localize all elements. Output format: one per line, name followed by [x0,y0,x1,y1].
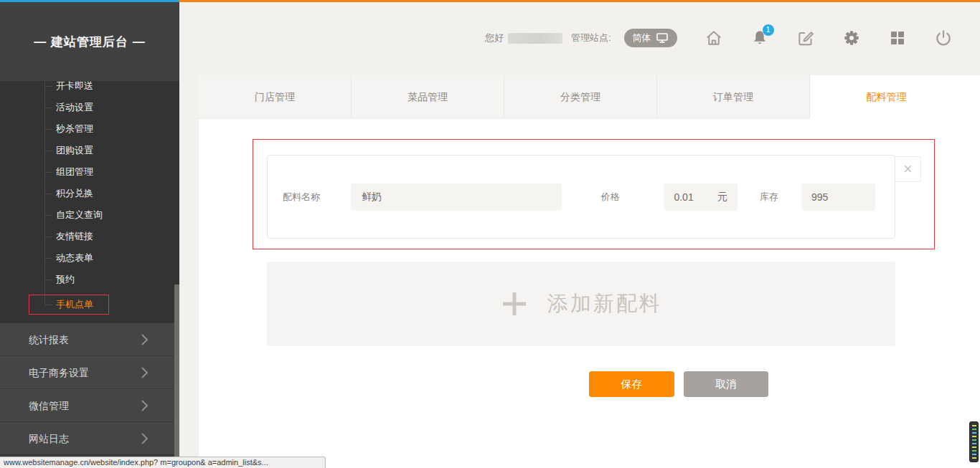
sidebar-item-friend-links[interactable]: 友情链接 [0,226,179,247]
sidebar: — 建站管理后台 — 开卡即送 活动设置 秒杀管理 团购设置 组团管理 积分兑换… [0,2,179,468]
ingredient-card: 配料名称 价格 元 库存 [267,155,895,239]
chevron-right-icon [138,333,151,347]
greeting-label: 您好 [485,32,504,44]
notification-badge: 1 [763,24,774,36]
language-switch-button[interactable]: 简体 [624,29,677,47]
sidebar-group-ecommerce-settings[interactable]: 电子商务设置 [0,355,179,388]
sidebar-groups: 统计报表 电子商务设置 微信管理 网站日志 [0,323,179,468]
ingredient-name-label: 配料名称 [283,191,320,204]
sidebar-group-statistics[interactable]: 统计报表 [0,323,179,355]
add-ingredient-button[interactable]: 添加新配料 [267,262,895,346]
app-window: — 建站管理后台 — 开卡即送 活动设置 秒杀管理 团购设置 组团管理 积分兑换… [0,0,980,468]
header-icon-row: 1 [705,29,953,47]
app-title: — 建站管理后台 — [0,2,179,81]
stock-label: 库存 [760,191,778,204]
price-input[interactable] [674,191,707,203]
sidebar-item-reservation[interactable]: 预约 [0,269,179,290]
widget-stripes [972,425,976,459]
browser-status-url: www.websitemanage.cn/website/index.php? … [0,457,326,468]
sidebar-item-seckill-management[interactable]: 秒杀管理 [0,118,179,140]
tab-store-management[interactable]: 门店管理 [199,75,352,119]
save-button[interactable]: 保存 [589,371,674,397]
sidebar-group-site-logs[interactable]: 网站日志 [0,421,179,454]
plus-icon [500,290,529,318]
gear-icon[interactable] [842,29,861,47]
tab-order-management[interactable]: 订单管理 [657,75,810,119]
stock-input[interactable] [801,183,875,211]
sidebar-item-dynamic-forms[interactable]: 动态表单 [0,247,179,269]
redacted-username [508,33,562,44]
ingredient-name-input[interactable] [351,183,562,211]
chevron-right-icon [138,398,151,413]
cancel-button[interactable]: 取消 [684,371,768,397]
sidebar-item-group-management[interactable]: 组团管理 [0,161,179,183]
apps-grid-icon[interactable] [888,29,907,47]
tab-bar: 门店管理 菜品管理 分类管理 订单管理 配料管理 [199,75,963,119]
add-ingredient-label: 添加新配料 [547,290,662,318]
edit-icon[interactable] [796,29,815,47]
chevron-right-icon [138,366,151,380]
price-field: 元 [664,183,738,211]
close-icon[interactable]: × [895,156,921,182]
top-header: 您好 管理站点: 简体 1 [485,28,953,48]
sidebar-item-points-exchange[interactable]: 积分兑换 [0,183,179,204]
sidebar-item-activity-settings[interactable]: 活动设置 [0,97,179,118]
sidebar-item-groupbuy-settings[interactable]: 团购设置 [0,140,179,161]
sidebar-item-custom-query[interactable]: 自定义查询 [0,204,179,226]
price-label: 价格 [600,191,619,204]
browser-extension-widget[interactable] [969,421,979,462]
sidebar-group-wechat-management[interactable]: 微信管理 [0,388,179,421]
monitor-icon [656,32,669,44]
sidebar-item-mobile-ordering[interactable]: 手机点单 [0,294,179,315]
tab-ingredient-management[interactable]: 配料管理 [810,75,963,119]
price-unit-label: 元 [717,191,727,204]
bell-icon[interactable]: 1 [750,29,769,47]
sidebar-item-open-card-gift[interactable]: 开卡即送 [0,81,179,97]
chevron-right-icon [138,431,151,446]
tab-dish-management[interactable]: 菜品管理 [352,75,504,119]
power-icon[interactable] [934,29,953,47]
content-accent-line [179,0,980,2]
sidebar-scrollbar[interactable] [174,285,179,466]
home-icon[interactable] [705,29,723,47]
manage-site-label: 管理站点: [571,32,611,44]
sidebar-submenu: 开卡即送 活动设置 秒杀管理 团购设置 组团管理 积分兑换 自定义查询 友情链接… [0,81,179,323]
tab-category-management[interactable]: 分类管理 [504,75,657,119]
